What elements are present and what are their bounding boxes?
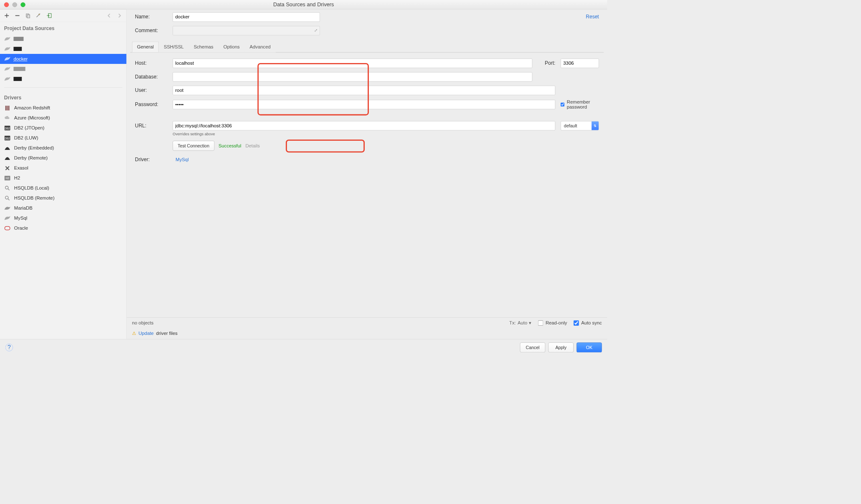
driver-item-oracle[interactable]: Oracle	[0, 223, 127, 233]
svg-text:DB2: DB2	[5, 127, 10, 130]
ok-button[interactable]: OK	[577, 342, 602, 352]
database-input[interactable]	[173, 72, 532, 82]
svg-rect-4	[5, 106, 7, 110]
driver-item-label: Exasol	[14, 165, 28, 171]
expand-icon[interactable]: ⤢	[314, 28, 317, 33]
name-input[interactable]	[173, 13, 320, 22]
no-objects-label: no objects	[132, 320, 153, 326]
tx-label: Tx:	[509, 320, 516, 326]
mysql-icon	[4, 66, 11, 72]
comment-input[interactable]: ⤢	[173, 26, 320, 35]
redacted-label	[13, 77, 22, 81]
data-source-item[interactable]	[0, 44, 127, 54]
host-label: Host:	[135, 61, 168, 66]
svg-rect-15	[5, 226, 10, 230]
sidebar-toolbar	[0, 10, 127, 22]
svg-point-13	[5, 186, 8, 189]
driver-item-hsqldb-remote-[interactable]: HSQLDB (Remote)	[0, 193, 127, 203]
apply-button[interactable]: Apply	[548, 342, 574, 352]
url-label: URL:	[135, 123, 168, 129]
remember-password-checkbox[interactable]: Remember password	[561, 99, 599, 110]
port-input[interactable]	[561, 58, 599, 68]
data-source-docker[interactable]: docker	[0, 54, 127, 64]
footer: ? Cancel Apply OK	[0, 339, 607, 355]
url-mode-select[interactable]: default ⇅	[561, 121, 599, 131]
tab-advanced[interactable]: Advanced	[245, 41, 276, 52]
data-source-item[interactable]	[0, 34, 127, 44]
redacted-label	[13, 37, 23, 41]
tab-ssh-ssl[interactable]: SSH/SSL	[159, 41, 189, 52]
chevron-updown-icon: ⇅	[592, 122, 599, 130]
user-label: User:	[135, 87, 168, 93]
driver-item-hsqldb-local-[interactable]: HSQLDB (Local)	[0, 183, 127, 193]
driver-item-amazon-redshift[interactable]: Amazon Redshift	[0, 103, 127, 113]
url-input[interactable]	[173, 121, 555, 131]
close-window-icon[interactable]	[4, 2, 9, 7]
derby-icon	[4, 145, 11, 152]
password-label: Password:	[135, 101, 168, 107]
hsql-icon	[4, 185, 11, 192]
help-icon[interactable]: ?	[5, 344, 13, 351]
driver-item-azure-microsoft-[interactable]: Azure (Microsoft)	[0, 113, 127, 123]
autosync-checkbox[interactable]: Auto sync	[574, 320, 602, 326]
data-source-item[interactable]	[0, 74, 127, 84]
details-link[interactable]: Details	[245, 143, 259, 149]
test-status: Successful	[218, 143, 241, 149]
derby-icon	[4, 155, 11, 162]
remove-icon[interactable]	[14, 13, 21, 19]
database-label: Database:	[135, 74, 168, 80]
svg-rect-6	[8, 106, 10, 110]
driver-item-db2-jtopen-[interactable]: DB2DB2 (JTOpen)	[0, 123, 127, 133]
minimize-window-icon[interactable]	[13, 2, 17, 7]
user-input[interactable]	[173, 86, 555, 95]
driver-item-db2-luw-[interactable]: DB2DB2 (LUW)	[0, 133, 127, 143]
redacted-label	[13, 47, 22, 51]
password-input[interactable]	[173, 100, 555, 109]
content-bottom: no objects Tx: Auto ▾ Read-only Auto syn…	[127, 317, 607, 339]
hsql-icon	[4, 195, 11, 202]
add-icon[interactable]	[3, 13, 10, 19]
driver-item-label: HSQLDB (Remote)	[14, 195, 55, 201]
driver-item-derby-embedded-[interactable]: Derby (Embedded)	[0, 143, 127, 153]
driver-item-mariadb[interactable]: MariaDB	[0, 203, 127, 213]
autosync-label: Auto sync	[581, 320, 602, 326]
nav-forward-icon[interactable]	[117, 13, 123, 19]
driver-item-derby-remote-[interactable]: Derby (Remote)	[0, 153, 127, 163]
driver-item-label: MariaDB	[14, 205, 33, 211]
import-icon[interactable]	[46, 13, 53, 19]
host-input[interactable]	[173, 58, 532, 68]
tab-schemas[interactable]: Schemas	[189, 41, 218, 52]
svg-point-14	[5, 196, 8, 199]
test-connection-button[interactable]: Test Connection	[173, 141, 214, 151]
reset-link[interactable]: Reset	[586, 14, 599, 20]
exasol-icon	[4, 165, 11, 172]
cancel-button[interactable]: Cancel	[520, 342, 546, 352]
svg-rect-5	[7, 106, 8, 110]
content: Name: Reset Comment: ⤢ GeneralSSH/SSLSch…	[127, 10, 607, 339]
driver-item-exasol[interactable]: Exasol	[0, 163, 127, 173]
driver-item-label: DB2 (LUW)	[14, 135, 38, 141]
data-source-item[interactable]	[0, 64, 127, 74]
chevron-down-icon: ▾	[529, 320, 531, 326]
tx-select[interactable]: Tx: Auto ▾	[509, 320, 531, 326]
settings-icon[interactable]	[36, 13, 42, 19]
driver-item-h2[interactable]: H2H2	[0, 173, 127, 183]
driver-item-label: Azure (Microsoft)	[14, 115, 50, 121]
mysql-icon	[4, 56, 11, 62]
redshift-icon	[4, 105, 11, 111]
update-link[interactable]: Update	[138, 331, 153, 336]
driver-item-mysql[interactable]: MySql	[0, 213, 127, 223]
data-sources-list: docker	[0, 34, 127, 84]
driver-item-label: Amazon Redshift	[14, 105, 50, 111]
maximize-window-icon[interactable]	[20, 2, 25, 7]
readonly-checkbox[interactable]: Read-only	[538, 320, 567, 326]
tab-general[interactable]: General	[132, 41, 159, 52]
tab-options[interactable]: Options	[218, 41, 245, 52]
readonly-label: Read-only	[546, 320, 567, 326]
driver-link[interactable]: MySql	[175, 157, 188, 162]
nav-back-icon[interactable]	[106, 13, 112, 19]
mysql-icon	[4, 36, 11, 42]
h2-icon: H2	[4, 175, 11, 182]
copy-icon[interactable]	[25, 13, 31, 19]
svg-text:H2: H2	[6, 177, 10, 180]
